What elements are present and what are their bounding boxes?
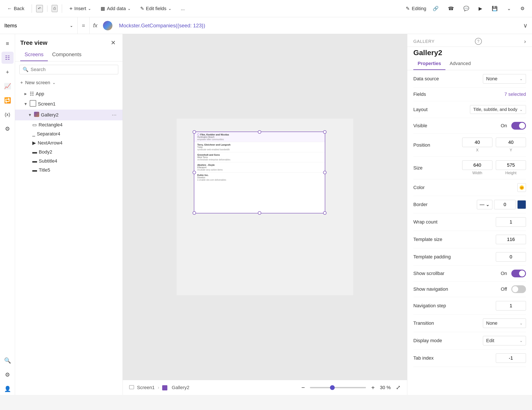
phone-button[interactable]: ☎ (445, 4, 457, 13)
sidebar-add-btn[interactable]: + (1, 66, 14, 78)
formula-expand-button[interactable]: ∨ (519, 17, 532, 34)
gallery-item-3[interactable]: Abshire - Doyle Ellaraport incubate sexy… (194, 162, 325, 172)
border-style-selector[interactable]: — ⌄ (477, 200, 492, 209)
wrap-count-input[interactable] (496, 217, 526, 227)
body2-label: Body2 (39, 149, 118, 155)
position-x-input[interactable] (462, 138, 492, 147)
border-color-swatch[interactable] (517, 200, 526, 209)
sidebar-variable-btn[interactable]: (x) (1, 109, 14, 121)
zoom-minus-button[interactable]: − (299, 383, 307, 392)
show-navigation-toggle[interactable] (511, 285, 526, 293)
screen-breadcrumb-label[interactable]: Screen1 (137, 385, 155, 391)
edit-fields-icon: ✎ (140, 6, 144, 11)
gallery-breadcrumb-label[interactable]: Gallery2 (172, 385, 189, 391)
zoom-plus-button[interactable]: + (369, 383, 377, 392)
display-mode-dropdown[interactable]: Edit ⌄ (483, 336, 526, 345)
formula-color-icon[interactable] (103, 21, 113, 30)
gallery-item-2[interactable]: Greenholt and Sons West Terra orchestrat… (194, 152, 325, 162)
position-y-input[interactable] (496, 138, 526, 147)
props-collapse-icon[interactable]: › (524, 38, 526, 45)
data-source-dropdown[interactable]: None ⌄ (483, 74, 526, 84)
size-height-input[interactable] (496, 160, 526, 170)
handle-top-left[interactable] (192, 130, 196, 134)
fields-value[interactable]: 7 selected (504, 92, 526, 97)
handle-middle-right[interactable] (323, 171, 326, 174)
sidebar-settings-bottom-btn[interactable]: ⚙ (1, 369, 14, 381)
layout-dropdown[interactable]: Title, subtitle, and body ⌄ (470, 105, 526, 114)
handle-bottom-middle[interactable] (258, 211, 261, 215)
border-width-input[interactable] (494, 200, 516, 209)
add-data-button[interactable]: ▩ Add data ⌄ (98, 4, 134, 13)
back-button[interactable]: ← Back (4, 4, 27, 13)
gallery-item-1[interactable]: Terry, Gleichner and Langosh Tulsa syndi… (194, 142, 325, 152)
tree-close-button[interactable]: ✕ (109, 38, 117, 47)
position-control: X Y (462, 138, 526, 152)
template-size-input[interactable] (496, 235, 526, 244)
help-icon[interactable]: ? (475, 38, 482, 45)
size-width-input[interactable] (462, 160, 492, 170)
search-input[interactable] (31, 67, 115, 72)
visible-toggle[interactable] (511, 122, 526, 130)
properties-panel: GALLERY ? › Gallery2 Properties Advanced… (407, 34, 532, 395)
insert-button[interactable]: + Insert ⌄ (66, 3, 94, 14)
tree-item-app[interactable]: ► ☷ App (15, 89, 123, 98)
template-padding-input[interactable] (496, 252, 526, 262)
sidebar-data-btn[interactable]: 📈 (1, 80, 14, 92)
gallery-widget[interactable]: Fike, Keebler and Nicolas Huntington Bea… (194, 131, 325, 213)
save-chevron-button[interactable]: ⌄ (504, 4, 514, 13)
handle-top-middle[interactable] (258, 130, 261, 134)
formula-input[interactable] (114, 23, 519, 29)
sidebar-media-btn[interactable]: ⚙ (1, 123, 14, 135)
tree-item-screen1[interactable]: ▼ Screen1 (15, 98, 123, 110)
gallery2-more-button[interactable]: ⋯ (110, 111, 118, 119)
handle-top-right[interactable] (323, 130, 326, 134)
tree-item-rectangle4[interactable]: ▭ Rectangle4 (15, 120, 123, 130)
sidebar-user-btn[interactable]: 👤 (1, 383, 14, 395)
tree-item-nextarrow4[interactable]: ▶ NextArrow4 (15, 139, 123, 148)
color-picker-icon[interactable]: 🌞 (517, 183, 526, 192)
play-button[interactable]: ▶ (475, 4, 485, 13)
save-button[interactable]: 💾 (489, 4, 501, 13)
transition-dropdown[interactable]: None ⌄ (483, 318, 526, 328)
gallery-item-body-0: empower killer communities (197, 138, 322, 141)
nextarrow4-label: NextArrow4 (38, 140, 118, 146)
editing-badge: ✎ Editing (406, 6, 426, 11)
tab-index-input[interactable] (496, 353, 526, 363)
sidebar-search-btn[interactable]: 🔍 (1, 354, 14, 366)
tree-item-body2[interactable]: ▬ Body2 (15, 148, 123, 157)
tab-advanced[interactable]: Advanced (446, 59, 475, 70)
sidebar-connect-btn[interactable]: 🔁 (1, 94, 14, 106)
gallery-item-body-4: e-enable dot-com deliverables (197, 179, 322, 181)
tab-screens[interactable]: Screens (20, 49, 48, 61)
navigation-step-input[interactable] (496, 301, 526, 310)
expand-canvas-button[interactable]: ⤢ (396, 384, 401, 391)
zoom-slider[interactable] (310, 387, 366, 388)
tree-item-title5[interactable]: ▬ Title5 (15, 166, 123, 175)
handle-bottom-left[interactable] (192, 211, 196, 215)
template-padding-label: Template padding (413, 254, 456, 260)
copy-button[interactable]: ⎙ (52, 5, 57, 12)
wrap-count-label: Wrap count (413, 219, 456, 225)
show-scrollbar-toggle[interactable] (511, 270, 526, 277)
handle-middle-left[interactable] (192, 171, 196, 174)
toolbar-right: ✎ Editing 🔗 ☎ 💬 ▶ 💾 ⌄ ⚙ (406, 4, 528, 13)
comment-button[interactable]: 💬 (460, 4, 472, 13)
edit-fields-button[interactable]: ✎ Edit fields ⌄ (137, 4, 174, 13)
tree-item-gallery2[interactable]: ▼ Gallery2 ⋯ (15, 110, 123, 120)
tab-properties[interactable]: Properties (413, 59, 446, 70)
size-label: Size (413, 165, 456, 171)
new-screen-button[interactable]: + New screen ⌄ (15, 78, 123, 88)
handle-bottom-right[interactable] (323, 211, 326, 215)
tab-components[interactable]: Components (48, 49, 86, 61)
tree-item-subtitle4[interactable]: ▬ Subtitle4 (15, 157, 123, 166)
gallery-item-4[interactable]: Kuhic Inc. Dovelon e-enable dot-com deli… (194, 172, 325, 182)
property-dropdown[interactable]: Items ⌄ (0, 17, 77, 34)
sidebar-home-btn[interactable]: ≡ (1, 37, 14, 49)
tree-item-separator4[interactable]: ⎯ Separator4 (15, 130, 123, 139)
undo-button[interactable]: ↶ (36, 5, 43, 12)
settings-button[interactable]: ⚙ (517, 4, 528, 13)
sidebar-tree-btn[interactable]: ☷ (1, 52, 14, 64)
more-button[interactable]: ... (178, 4, 188, 13)
share-button[interactable]: 🔗 (430, 4, 442, 13)
canvas-content[interactable]: Fike, Keebler and Nicolas Huntington Bea… (123, 34, 407, 380)
